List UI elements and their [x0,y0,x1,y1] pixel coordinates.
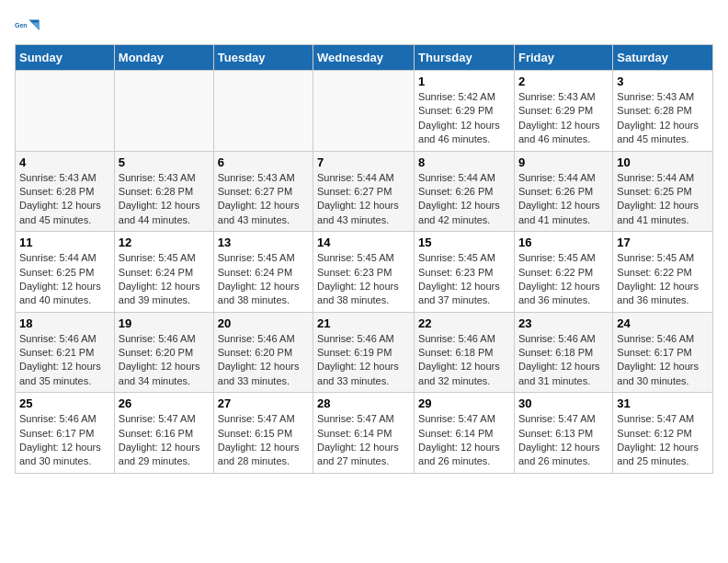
day-cell: 2Sunrise: 5:43 AM Sunset: 6:29 PM Daylig… [514,71,612,152]
day-header-tuesday: Tuesday [213,45,313,71]
day-info: Sunrise: 5:46 AM Sunset: 6:18 PM Dayligh… [418,332,510,389]
day-info: Sunrise: 5:45 AM Sunset: 6:23 PM Dayligh… [418,251,510,308]
logo-icon: Gen [15,15,40,40]
day-cell: 9Sunrise: 5:44 AM Sunset: 6:26 PM Daylig… [514,151,612,232]
day-cell: 20Sunrise: 5:46 AM Sunset: 6:20 PM Dayli… [213,312,313,393]
day-cell: 7Sunrise: 5:44 AM Sunset: 6:27 PM Daylig… [313,151,415,232]
logo: Gen [15,15,44,40]
day-number: 12 [119,236,210,249]
day-info: Sunrise: 5:47 AM Sunset: 6:13 PM Dayligh… [518,412,609,469]
day-number: 24 [617,316,709,330]
day-cell: 31Sunrise: 5:47 AM Sunset: 6:12 PM Dayli… [613,393,713,474]
day-cell [213,71,313,152]
day-info: Sunrise: 5:43 AM Sunset: 6:28 PM Dayligh… [19,171,110,228]
day-cell: 17Sunrise: 5:45 AM Sunset: 6:22 PM Dayli… [613,232,713,313]
day-number: 1 [418,75,510,88]
day-number: 3 [617,75,709,88]
day-number: 30 [518,396,609,410]
day-info: Sunrise: 5:46 AM Sunset: 6:20 PM Dayligh… [218,332,309,389]
day-info: Sunrise: 5:42 AM Sunset: 6:29 PM Dayligh… [418,90,510,147]
day-number: 19 [119,316,210,330]
day-info: Sunrise: 5:43 AM Sunset: 6:29 PM Dayligh… [518,90,609,147]
day-number: 11 [19,236,110,249]
day-cell: 10Sunrise: 5:44 AM Sunset: 6:25 PM Dayli… [613,151,713,232]
day-info: Sunrise: 5:45 AM Sunset: 6:24 PM Dayligh… [218,251,309,308]
day-info: Sunrise: 5:46 AM Sunset: 6:20 PM Dayligh… [119,332,210,389]
day-cell: 18Sunrise: 5:46 AM Sunset: 6:21 PM Dayli… [16,312,115,393]
day-number: 5 [119,155,210,169]
day-number: 4 [19,155,110,169]
day-info: Sunrise: 5:44 AM Sunset: 6:26 PM Dayligh… [518,171,609,228]
day-info: Sunrise: 5:47 AM Sunset: 6:14 PM Dayligh… [317,412,410,469]
day-info: Sunrise: 5:45 AM Sunset: 6:22 PM Dayligh… [617,251,709,308]
day-number: 18 [19,316,110,330]
day-cell: 21Sunrise: 5:46 AM Sunset: 6:19 PM Dayli… [313,312,415,393]
day-info: Sunrise: 5:47 AM Sunset: 6:12 PM Dayligh… [617,412,709,469]
day-number: 28 [317,396,410,410]
svg-marker-2 [31,22,39,29]
day-header-monday: Monday [114,45,213,71]
day-cell: 23Sunrise: 5:46 AM Sunset: 6:18 PM Dayli… [514,312,612,393]
day-number: 16 [518,236,609,249]
day-header-friday: Friday [514,45,612,71]
day-number: 21 [317,316,410,330]
day-info: Sunrise: 5:43 AM Sunset: 6:28 PM Dayligh… [119,171,210,228]
day-number: 7 [317,155,410,169]
day-info: Sunrise: 5:46 AM Sunset: 6:17 PM Dayligh… [19,412,110,469]
day-cell [114,71,213,152]
day-cell: 19Sunrise: 5:46 AM Sunset: 6:20 PM Dayli… [114,312,213,393]
day-cell: 30Sunrise: 5:47 AM Sunset: 6:13 PM Dayli… [514,393,612,474]
day-info: Sunrise: 5:46 AM Sunset: 6:18 PM Dayligh… [518,332,609,389]
day-header-saturday: Saturday [613,45,713,71]
day-cell: 14Sunrise: 5:45 AM Sunset: 6:23 PM Dayli… [313,232,415,313]
day-info: Sunrise: 5:47 AM Sunset: 6:15 PM Dayligh… [218,412,309,469]
week-row-4: 18Sunrise: 5:46 AM Sunset: 6:21 PM Dayli… [16,312,713,393]
calendar: SundayMondayTuesdayWednesdayThursdayFrid… [15,44,713,474]
day-number: 15 [418,236,510,249]
day-number: 8 [418,155,510,169]
day-cell: 16Sunrise: 5:45 AM Sunset: 6:22 PM Dayli… [514,232,612,313]
day-info: Sunrise: 5:45 AM Sunset: 6:23 PM Dayligh… [317,251,410,308]
day-cell: 1Sunrise: 5:42 AM Sunset: 6:29 PM Daylig… [415,71,515,152]
svg-text:Gen: Gen [15,22,28,29]
day-header-thursday: Thursday [415,45,515,71]
day-cell: 6Sunrise: 5:43 AM Sunset: 6:27 PM Daylig… [213,151,313,232]
day-info: Sunrise: 5:46 AM Sunset: 6:21 PM Dayligh… [19,332,110,389]
day-header-sunday: Sunday [16,45,115,71]
day-cell [16,71,115,152]
day-number: 31 [617,396,709,410]
day-number: 25 [19,396,110,410]
day-info: Sunrise: 5:44 AM Sunset: 6:26 PM Dayligh… [418,171,510,228]
day-cell: 25Sunrise: 5:46 AM Sunset: 6:17 PM Dayli… [16,393,115,474]
day-info: Sunrise: 5:44 AM Sunset: 6:27 PM Dayligh… [317,171,410,228]
day-number: 29 [418,396,510,410]
day-info: Sunrise: 5:43 AM Sunset: 6:28 PM Dayligh… [617,90,709,147]
day-number: 27 [218,396,309,410]
week-row-1: 1Sunrise: 5:42 AM Sunset: 6:29 PM Daylig… [16,71,713,152]
day-cell: 5Sunrise: 5:43 AM Sunset: 6:28 PM Daylig… [114,151,213,232]
day-cell: 27Sunrise: 5:47 AM Sunset: 6:15 PM Dayli… [213,393,313,474]
week-row-5: 25Sunrise: 5:46 AM Sunset: 6:17 PM Dayli… [16,393,713,474]
week-row-2: 4Sunrise: 5:43 AM Sunset: 6:28 PM Daylig… [16,151,713,232]
week-row-3: 11Sunrise: 5:44 AM Sunset: 6:25 PM Dayli… [16,232,713,313]
day-cell: 15Sunrise: 5:45 AM Sunset: 6:23 PM Dayli… [415,232,515,313]
day-cell: 24Sunrise: 5:46 AM Sunset: 6:17 PM Dayli… [613,312,713,393]
day-number: 22 [418,316,510,330]
day-number: 20 [218,316,309,330]
day-cell: 12Sunrise: 5:45 AM Sunset: 6:24 PM Dayli… [114,232,213,313]
day-number: 10 [617,155,709,169]
day-cell: 26Sunrise: 5:47 AM Sunset: 6:16 PM Dayli… [114,393,213,474]
day-info: Sunrise: 5:46 AM Sunset: 6:17 PM Dayligh… [617,332,709,389]
day-number: 17 [617,236,709,249]
day-cell: 4Sunrise: 5:43 AM Sunset: 6:28 PM Daylig… [16,151,115,232]
day-number: 9 [518,155,609,169]
day-cell: 3Sunrise: 5:43 AM Sunset: 6:28 PM Daylig… [613,71,713,152]
day-number: 23 [518,316,609,330]
day-number: 14 [317,236,410,249]
day-cell: 29Sunrise: 5:47 AM Sunset: 6:14 PM Dayli… [415,393,515,474]
day-header-wednesday: Wednesday [313,45,415,71]
day-info: Sunrise: 5:44 AM Sunset: 6:25 PM Dayligh… [617,171,709,228]
day-info: Sunrise: 5:47 AM Sunset: 6:16 PM Dayligh… [119,412,210,469]
day-info: Sunrise: 5:46 AM Sunset: 6:19 PM Dayligh… [317,332,410,389]
day-cell [313,71,415,152]
